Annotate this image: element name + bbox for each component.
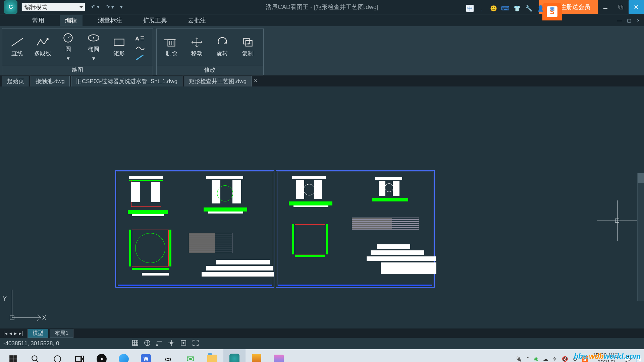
tool-copy[interactable]: 复制 (235, 37, 261, 57)
taskbar-app-1[interactable]: ✦ (91, 349, 113, 362)
svg-line-30 (37, 314, 41, 318)
undo-button[interactable]: ↶ ▾ (91, 4, 100, 10)
start-button[interactable] (2, 349, 24, 362)
svg-point-10 (93, 37, 94, 38)
tray-volume-icon[interactable]: 🔇 (562, 356, 568, 362)
drawing-sheet-1 (115, 170, 274, 288)
tray-tool-icon[interactable]: 🔧 (525, 5, 532, 12)
tool-rotate[interactable]: 旋转 (210, 37, 235, 57)
maximize-button[interactable] (613, 0, 629, 14)
tray-skin-icon[interactable]: 👕 (513, 5, 521, 12)
layout-nav-prev[interactable]: ◂ (9, 330, 12, 337)
vertical-scrollbar[interactable] (637, 173, 644, 301)
drawing-canvas[interactable]: Y X (0, 86, 644, 328)
tab-home[interactable]: 常用 (27, 15, 50, 26)
tray-overflow-icon[interactable]: ˄ (527, 356, 529, 362)
svg-rect-44 (9, 359, 13, 362)
ucs-y-label: Y (3, 295, 7, 302)
tray-weather-icon[interactable]: ☁ (543, 356, 548, 362)
drawing-table-2 (352, 218, 419, 230)
ime-lang[interactable]: 中 (466, 5, 474, 12)
grid-toggle[interactable] (131, 339, 139, 348)
drawing-table-1 (189, 233, 232, 253)
taskbar-app-5[interactable] (246, 349, 268, 362)
ribbon-restore-icon[interactable]: ▢ (625, 17, 633, 23)
drawing-sheet-2 (276, 170, 435, 288)
panel-draw-title: 绘图 (2, 66, 153, 75)
panel-modify-title: 修改 (157, 66, 263, 75)
layout-nav-next[interactable]: ▸ (14, 330, 17, 337)
doctab-3[interactable]: 矩形检查井工艺图.dwg (184, 76, 252, 86)
mode-combobox[interactable]: 编辑模式 (21, 3, 85, 11)
tab-measure[interactable]: 测量标注 (93, 15, 127, 26)
tool-line[interactable]: 直线 (4, 37, 30, 57)
tab-edit[interactable]: 编辑 (60, 15, 83, 26)
tool-delete[interactable]: 删除 (159, 37, 184, 57)
ortho-toggle[interactable] (156, 339, 163, 348)
svg-point-39 (170, 342, 172, 344)
layout-nav-first[interactable]: |◂ (3, 330, 7, 337)
svg-line-47 (36, 360, 39, 362)
svg-line-16 (136, 55, 144, 60)
svg-rect-42 (9, 355, 13, 359)
tool-move[interactable]: 移动 (184, 37, 210, 57)
taskbar-app-baidu[interactable]: ∞ (157, 349, 179, 362)
watermark: bbs.wdbworld.com (574, 352, 641, 361)
svg-line-5 (11, 38, 23, 46)
tray-security-icon[interactable]: ◉ (534, 356, 538, 362)
tray-keyboard-icon[interactable]: ⌨ (501, 5, 509, 12)
layout-nav-last[interactable]: ▸| (19, 330, 23, 337)
tray-airplane-icon[interactable]: ✈ (553, 356, 557, 362)
tool-polyline[interactable]: 多段线 (30, 37, 55, 57)
taskbar-app-wps[interactable]: W (135, 349, 157, 362)
svg-line-31 (37, 318, 41, 321)
taskbar-app-gstarcad[interactable] (223, 349, 246, 362)
svg-rect-11 (114, 39, 124, 46)
tray-usb-icon[interactable]: 🔌 (516, 356, 522, 362)
tool-rect[interactable]: 矩形 (106, 37, 132, 57)
layout-tab-model[interactable]: 模型 (28, 329, 48, 338)
taskview-button[interactable] (68, 349, 91, 362)
svg-rect-45 (13, 359, 17, 362)
ribbon-minimize-icon[interactable]: — (616, 17, 623, 23)
tool-extra[interactable]: A (132, 34, 149, 61)
tab-extend[interactable]: 扩展工具 (138, 15, 172, 26)
svg-rect-43 (13, 355, 17, 359)
taskbar-app-wechat[interactable]: ✉ (179, 349, 201, 362)
quick-access-toolbar: ↶ ▾ ↷ ▾ ▾ (91, 4, 123, 10)
svg-rect-1 (619, 5, 622, 8)
taskbar-app-6[interactable] (268, 349, 290, 362)
layout-tab-layout1[interactable]: 布局1 (50, 329, 73, 338)
close-button[interactable] (629, 0, 644, 14)
svg-rect-2 (620, 6, 623, 9)
tray-grid-icon[interactable]: ▦ (548, 5, 556, 12)
cortana-button[interactable] (46, 349, 68, 362)
ribbon-close-icon[interactable]: × (635, 17, 642, 23)
tool-circle[interactable]: 圆 ▾ (55, 33, 81, 62)
layout-tabs: |◂ ◂ ▸ ▸| 模型 布局1 (0, 328, 644, 338)
doctab-2[interactable]: 旧CSP03-过滤器反洗进水管_Sht_1.dwg (71, 76, 182, 86)
fullscreen-toggle[interactable] (192, 339, 199, 348)
tool-ellipse[interactable]: 椭圆 ▾ (81, 33, 106, 62)
tray-emoji[interactable]: 🙂 (490, 5, 497, 12)
taskbar-app-2[interactable] (113, 349, 135, 362)
app-icon: G (4, 0, 17, 14)
minimize-button[interactable] (598, 0, 613, 14)
tab-cloud[interactable]: 云批注 (182, 15, 211, 26)
status-bar: -4038511, 3015528, 0 (0, 338, 644, 349)
tray-user-icon[interactable]: 👤 (537, 5, 544, 12)
snap-toggle[interactable] (144, 339, 151, 348)
document-tabs: 起始页 接触池.dwg 旧CSP03-过滤器反洗进水管_Sht_1.dwg 矩形… (0, 76, 644, 86)
qat-more[interactable]: ▾ (120, 4, 123, 10)
doctab-start[interactable]: 起始页 (2, 76, 29, 86)
doctab-1[interactable]: 接触池.dwg (31, 76, 70, 86)
search-button[interactable] (24, 349, 46, 362)
redo-button[interactable]: ↷ ▾ (106, 4, 114, 10)
panel-modify: 删除 移动 旋转 复制 修改 (156, 28, 264, 75)
svg-text:A: A (136, 36, 139, 41)
polar-toggle[interactable] (168, 339, 175, 348)
taskbar-app-explorer[interactable] (201, 349, 223, 362)
svg-line-8 (68, 35, 72, 38)
tray-punct[interactable]: ， (478, 5, 485, 12)
osnap-toggle[interactable] (180, 339, 187, 348)
